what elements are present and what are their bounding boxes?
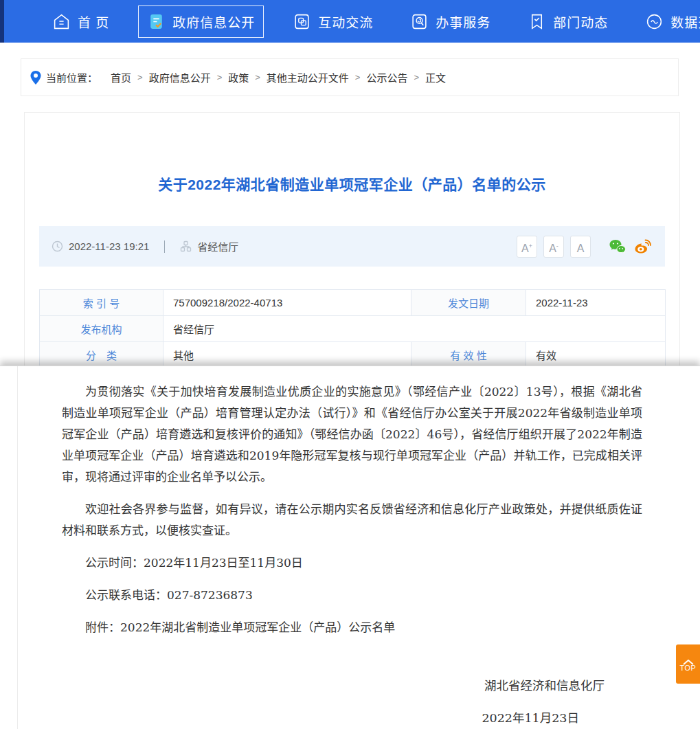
publicity-period: 公示时间：2022年11月23日至11月30日	[62, 552, 642, 574]
nav-item-services[interactable]: 办事服务	[402, 6, 499, 37]
body-paragraph: 欢迎社会各界参与监督，如有异议，请在公示期内实名反馈省经济和信息化厅产业政策处，…	[62, 499, 642, 541]
bookmark-icon	[528, 12, 546, 31]
issue-date-value: 2022-11-23	[526, 290, 666, 316]
gov-info-doc-icon	[147, 12, 166, 31]
breadcrumb-announcements[interactable]: 公示公告	[366, 70, 407, 85]
publisher-label: 发布机构	[40, 316, 163, 342]
article-body-panel: 为贯彻落实《关于加快培育发展制造业优质企业的实施意见》（鄂经信产业〔2022〕1…	[0, 366, 700, 729]
validity-label: 有 效 性	[411, 342, 526, 366]
breadcrumb-separator: >	[255, 72, 260, 82]
font-smaller-button[interactable]: A-	[543, 236, 564, 258]
nav-label: 办事服务	[436, 12, 490, 31]
table-row: 发布机构 省经信厅	[40, 316, 666, 342]
article-body: 为贯彻落实《关于加快培育发展制造业优质企业的实施意见》（鄂经信产业〔2022〕1…	[17, 366, 684, 729]
location-pin-icon	[30, 70, 42, 85]
font-reset-button[interactable]: A	[570, 236, 591, 258]
chat-icon	[293, 12, 311, 31]
meta-bar: 2022-11-23 19:21 省经信厅 A+ A- A	[39, 226, 665, 267]
nav-label: 数据开放	[670, 12, 700, 31]
service-search-icon	[410, 12, 429, 31]
breadcrumb-policy[interactable]: 政策	[228, 70, 249, 85]
attachment-link[interactable]: 附件：2022年湖北省制造业单项冠军企业（产品）公示名单	[62, 617, 642, 638]
category-label: 分 类	[40, 342, 163, 366]
issue-date-label: 发文日期	[411, 290, 526, 316]
meta-actions: A+ A- A	[517, 236, 653, 258]
table-row: 分 类 其他 有 效 性 有效	[40, 342, 666, 366]
data-wave-icon	[645, 12, 664, 31]
nav-label: 互动交流	[318, 12, 373, 31]
nav-item-department-news[interactable]: 部门动态	[519, 6, 616, 37]
breadcrumb-separator: >	[217, 72, 223, 82]
nav-label: 首 页	[78, 12, 109, 31]
article-card: 关于2022年湖北省制造业单项冠军企业（产品）名单的公示 2022-11-23 …	[24, 112, 680, 366]
index-number-value: 757009218/2022-40713	[163, 290, 411, 316]
page-title: 关于2022年湖北省制造业单项冠军企业（产品）名单的公示	[25, 173, 679, 194]
weibo-share-icon[interactable]	[633, 237, 653, 256]
nav-item-gov-info[interactable]: 政府信息公开	[138, 5, 264, 38]
nav-item-open-data[interactable]: 数据开放	[637, 6, 700, 37]
breadcrumb-separator: >	[355, 72, 361, 82]
breadcrumb-separator: >	[137, 72, 143, 82]
font-larger-button[interactable]: A+	[517, 236, 537, 258]
back-to-top-button[interactable]: TOP	[676, 644, 700, 684]
breadcrumb: 当前位置： 首页 > 政府信息公开 > 政策 > 其他主动公开文件 > 公示公告…	[21, 58, 679, 96]
publish-source: 省经信厅	[197, 239, 238, 254]
breadcrumb-other-docs[interactable]: 其他主动公开文件	[267, 70, 349, 85]
validity-value: 有效	[526, 342, 666, 366]
clock-icon	[52, 240, 63, 252]
category-value: 其他	[163, 342, 411, 366]
publish-datetime: 2022-11-23 19:21	[69, 240, 149, 252]
table-row: 索 引 号 757009218/2022-40713 发文日期 2022-11-…	[40, 290, 666, 316]
signature-org: 湖北省经济和信息化厅	[62, 676, 642, 693]
contact-phone: 公示联系电话：027-87236873	[62, 585, 642, 606]
meta-divider	[164, 240, 165, 253]
home-icon	[52, 12, 71, 31]
nav-label: 政府信息公开	[172, 12, 255, 31]
nav-item-home[interactable]: 首 页	[44, 6, 117, 37]
breadcrumb-home[interactable]: 首页	[111, 70, 131, 85]
info-table: 索 引 号 757009218/2022-40713 发文日期 2022-11-…	[39, 289, 666, 366]
breadcrumb-prefix: 当前位置：	[46, 70, 98, 85]
nav-label: 部门动态	[553, 12, 608, 31]
wechat-share-icon[interactable]	[608, 237, 627, 256]
left-edge-strip	[0, 0, 4, 43]
chevron-up-icon	[683, 657, 694, 662]
top-navbar: 首 页 政府信息公开 互动交流 办事服务 部门动态 数据开放	[0, 0, 700, 43]
signature-date: 2022年11月23日	[62, 708, 642, 726]
nav-item-interaction[interactable]: 互动交流	[284, 6, 381, 37]
breadcrumb-gov-info[interactable]: 政府信息公开	[149, 70, 211, 85]
top-button-label: TOP	[680, 664, 697, 672]
source-org-icon	[180, 240, 192, 252]
index-number-label: 索 引 号	[40, 290, 163, 316]
breadcrumb-current: 正文	[425, 70, 446, 85]
breadcrumb-separator: >	[414, 72, 419, 82]
publisher-value: 省经信厅	[163, 316, 666, 342]
body-paragraph: 为贯彻落实《关于加快培育发展制造业优质企业的实施意见》（鄂经信产业〔2022〕1…	[62, 381, 642, 488]
